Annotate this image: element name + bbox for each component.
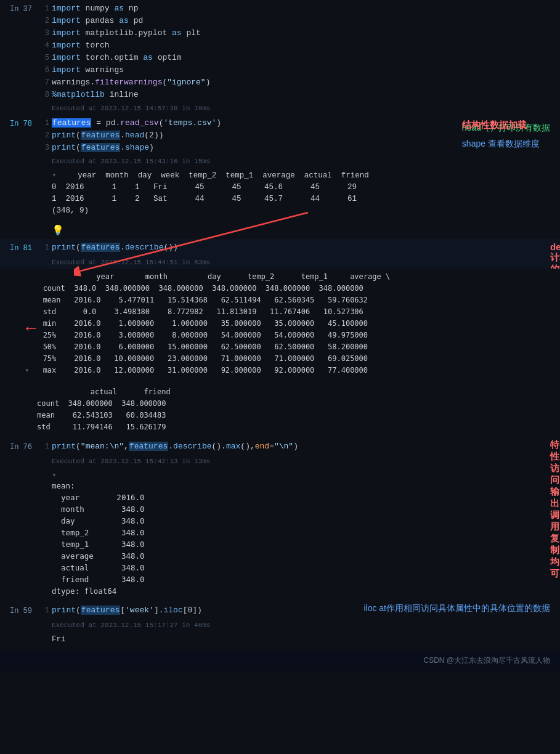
in78-annotations: 结构性数据加载 head（）打印所有数据 shape 查看数据维度: [462, 117, 550, 152]
cell-in76: In 76 1 print("mean:\n",features.describ…: [0, 438, 560, 602]
cell-label-in78: In 78: [0, 117, 37, 154]
describe-table-main: year month day temp_2 temp_1 average \ c…: [37, 271, 391, 376]
cell-label-in37: In 37: [0, 2, 37, 101]
line-numbers-in81: 1: [37, 241, 52, 255]
code-in76: print("mean:\n",features.describe().max(…: [52, 440, 560, 454]
annotation-in59-title: iloc at作用相同访问具体属性中的具体位置的数据: [363, 603, 550, 614]
toggle-in81[interactable]: ▾: [25, 365, 30, 375]
annotation-in78-title: 结构性数据加载: [462, 117, 527, 133]
line-numbers-in59: 1: [37, 604, 52, 618]
output-in59: Fri: [0, 631, 560, 651]
cell-in37: In 37 1 2 3 4 5 6 7 8 import numpy as np…: [0, 0, 560, 115]
output-text-in59: Fri: [52, 635, 66, 644]
line-numbers-in37: 1 2 3 4 5 6 7 8: [37, 2, 52, 101]
toggle-in76[interactable]: ▾: [52, 470, 57, 480]
footer: CSDN @大江东去浪淘尽千古风流人物: [0, 651, 560, 671]
describe-table-secondary: actual friend count 348.000000 348.00000…: [31, 386, 560, 433]
output-in78: ▾ year month day week temp_2 temp_1 aver…: [0, 168, 560, 222]
line-numbers-in76: 1: [37, 440, 52, 454]
annotation-in76-title: 特性访问输出调用复制均可: [550, 439, 559, 580]
bulb-icon: 💡: [0, 222, 560, 239]
cell-label-in81: In 81: [0, 241, 37, 255]
line-numbers-in78: 1 2 3: [37, 117, 52, 154]
executed-in37: Executed at 2023.12.15 14:57:28 in 19ms: [0, 103, 560, 115]
output-text-in78: year month day week temp_2 temp_1 averag…: [52, 171, 369, 215]
in59-annotation: iloc at作用相同访问具体属性中的具体位置的数据: [363, 603, 550, 614]
executed-in78: Executed at 2023.12.15 15:43:16 in 15ms: [0, 156, 560, 168]
code-in37: import numpy as np import pandas as pd i…: [52, 2, 560, 101]
executed-in59: Executed at 2023.12.15 15:17:27 in 46ms: [0, 620, 560, 631]
annotation-in78-shape: shape 查看数据维度: [462, 136, 550, 152]
output-in81: ▾ ← year month day temp_2 temp_1 average…: [0, 269, 560, 438]
output-in76: ▾ mean: year 2016.0 month 348.0 day 348.…: [0, 468, 560, 602]
cell-in81: In 81 1 print(features.describe()) descr…: [0, 239, 560, 438]
cell-in59: In 59 1 print(features['week'].iloc[0]) …: [0, 602, 560, 651]
executed-in76: Executed at 2023.12.15 15:42:13 in 13ms: [0, 456, 560, 468]
red-arrow-icon: ←: [26, 319, 36, 338]
cell-label-in59: In 59: [0, 604, 37, 618]
executed-in81: Executed at 2023.12.15 15:44:51 in 63ms: [0, 257, 560, 269]
output-text-in76: mean: year 2016.0 month 348.0 day 348.0 …: [52, 480, 560, 597]
cell-in78: In 78 1 2 3 features = pd.read_csv('temp…: [0, 115, 560, 239]
cell-label-in76: In 76: [0, 440, 37, 454]
code-in81: print(features.describe()): [52, 241, 560, 255]
toggle-in78[interactable]: ▾: [52, 170, 57, 180]
